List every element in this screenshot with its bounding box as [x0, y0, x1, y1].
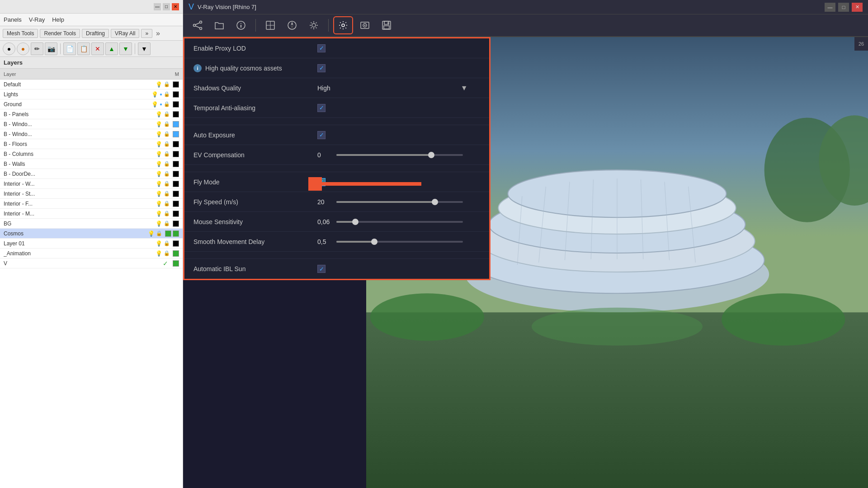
layer-color-swatch — [173, 240, 179, 247]
toolbar-mesh-tools[interactable]: Mesh Tools — [3, 29, 38, 38]
render-image-tool-btn[interactable] — [356, 17, 374, 33]
ev-slider-thumb[interactable] — [428, 152, 434, 158]
layer-icons-bg: 💡 🔒 — [156, 221, 179, 227]
vray-max-btn[interactable]: □ — [838, 3, 849, 12]
shadows-arrow-icon[interactable]: ▼ — [461, 84, 468, 92]
layer-item-b-panels[interactable]: B - Panels 💡 🔒 — [0, 109, 183, 119]
layer-item-b-floors[interactable]: B - Floors 💡 🔒 — [0, 139, 183, 149]
layer-name-interior-m: Interior - M... — [4, 211, 154, 217]
svg-point-26 — [364, 25, 366, 26]
layer-name-cosmos: Cosmos — [4, 230, 146, 237]
icon-up[interactable]: ▲ — [105, 42, 118, 55]
compass-tool-btn[interactable] — [283, 17, 301, 33]
menu-vray[interactable]: V-Ray — [29, 16, 45, 23]
layer-item-lights[interactable]: Lights 💡 ● 🔒 — [0, 89, 183, 99]
menu-panels[interactable]: Panels — [4, 16, 22, 23]
layer-item-layer01[interactable]: Layer 01 💡 🔒 — [0, 239, 183, 249]
fly-speed-slider-thumb[interactable] — [432, 199, 438, 205]
toolbar-expand-icon[interactable]: » — [156, 29, 160, 38]
svg-line-4 — [196, 26, 200, 28]
toolbar-vray-all[interactable]: VRay All — [111, 29, 139, 38]
save-tool-btn[interactable] — [377, 17, 396, 33]
ibl-sun-checkbox[interactable] — [317, 265, 326, 273]
icon-delete-layer[interactable]: ✕ — [91, 42, 104, 55]
fly-speed-slider-track[interactable] — [336, 201, 463, 203]
layer-item-interior-st[interactable]: Interior - St... 💡 🔒 — [0, 189, 183, 199]
close-btn[interactable]: ✕ — [172, 3, 179, 10]
auto-exposure-checkbox[interactable] — [317, 131, 326, 139]
svg-line-3 — [196, 23, 200, 25]
menu-help[interactable]: Help — [52, 16, 64, 23]
viewport-tool-btn[interactable] — [261, 17, 279, 33]
icon-toolbar: ● ● ✏ 📷 📄 📋 ✕ ▲ ▼ ▼ — [0, 41, 183, 57]
layer-item-interior-m[interactable]: Interior - M... 💡 🔒 — [0, 209, 183, 219]
info-tool-btn[interactable] — [232, 17, 250, 33]
layer-lock-icon: 🔒 — [164, 201, 170, 206]
layer-item-b-windo1[interactable]: B - Windo... 💡 🔒 — [0, 119, 183, 129]
layer-item-b-doorde[interactable]: B - DoorDe... 💡 🔒 — [0, 169, 183, 179]
settings-spacer-2 — [184, 165, 489, 172]
layer-item-interior-f[interactable]: Interior - F... 💡 🔒 — [0, 199, 183, 209]
layer-bulb-icon: 💡 — [156, 81, 162, 88]
layer-dot-icon: ● — [160, 92, 162, 97]
shadows-label: Shadows Quality — [193, 84, 317, 92]
layer-item-b-windo2[interactable]: B - Windo... 💡 🔒 — [0, 129, 183, 139]
layer-icons-b-floors: 💡 🔒 — [156, 141, 179, 147]
icon-copy-layer[interactable]: 📋 — [77, 42, 90, 55]
layer-lock-icon: 🔒 — [164, 250, 170, 256]
layer-item-b-walls[interactable]: B - Walls 💡 🔒 — [0, 159, 183, 169]
proxy-lod-checkbox[interactable] — [317, 44, 326, 52]
layer-name-ground: Ground — [4, 101, 150, 108]
icon-orange-circle[interactable]: ● — [17, 42, 29, 55]
settings-tool-btn[interactable] — [334, 17, 352, 33]
layer-bulb-icon: 💡 — [156, 151, 162, 157]
sun-tool-btn[interactable] — [305, 17, 323, 33]
cosmos-checkbox[interactable] — [317, 64, 326, 72]
shadows-dropdown[interactable]: High ▼ — [317, 84, 468, 92]
icon-pencil[interactable]: ✏ — [31, 42, 43, 55]
minimize-btn[interactable]: — — [154, 3, 161, 10]
layer-item-cosmos[interactable]: Cosmos 💡 🔒 — [0, 229, 183, 239]
icon-new-layer[interactable]: 📄 — [63, 42, 76, 55]
mouse-sensitivity-slider-thumb[interactable] — [352, 219, 359, 225]
vray-min-btn[interactable]: — — [825, 3, 835, 12]
folder-tool-btn[interactable] — [210, 17, 228, 33]
layer-item-b-columns[interactable]: B - Columns 💡 🔒 — [0, 149, 183, 159]
svg-line-22 — [311, 28, 312, 28]
layer-check-icon: ✓ — [163, 260, 168, 267]
vray-close-btn[interactable]: ✕ — [852, 3, 863, 12]
toolbar-render-tools[interactable]: Render Tools — [40, 29, 80, 38]
layer-name-v: V — [4, 260, 161, 267]
layer-item-bg[interactable]: BG 💡 🔒 — [0, 219, 183, 229]
icon-circle[interactable]: ● — [3, 42, 15, 55]
layer-name-b-floors: B - Floors — [4, 141, 154, 147]
layer-color-swatch — [173, 260, 179, 267]
ev-slider-track[interactable] — [336, 154, 463, 156]
layer-name-interior-w: Interior - W... — [4, 181, 154, 187]
smooth-movement-slider-track[interactable] — [336, 241, 463, 243]
cosmos-info-icon[interactable]: i — [193, 64, 202, 72]
toolbar-more[interactable]: » — [141, 29, 152, 38]
layer-item-animation[interactable]: _Animation 💡 🔒 — [0, 249, 183, 258]
layer-bulb-icon: 💡 — [151, 91, 158, 98]
layer-item-v[interactable]: V ✓ — [0, 258, 183, 268]
toolbar-drafting[interactable]: Drafting — [82, 29, 109, 38]
layer-lock-icon: 🔒 — [164, 141, 170, 147]
layer-item-ground[interactable]: Ground 💡 ● 🔒 — [0, 99, 183, 109]
layer-lock-icon: 🔒 — [164, 121, 170, 127]
taa-checkbox[interactable] — [317, 104, 326, 112]
fly-mode-checkbox[interactable] — [317, 178, 326, 186]
layer-color-swatch — [173, 81, 179, 88]
layer-item-default[interactable]: Default 💡 🔒 — [0, 80, 183, 89]
layer-name-animation: _Animation — [4, 250, 154, 257]
icon-filter[interactable]: ▼ — [138, 42, 151, 55]
layer-color-swatch — [173, 191, 179, 197]
share-tool-btn[interactable] — [189, 17, 207, 33]
smooth-movement-slider-thumb[interactable] — [371, 239, 377, 245]
mouse-sensitivity-slider-track[interactable] — [336, 221, 463, 223]
icon-camera[interactable]: 📷 — [45, 42, 57, 55]
icon-down[interactable]: ▼ — [119, 42, 132, 55]
layer-item-interior-w[interactable]: Interior - W... 💡 🔒 — [0, 179, 183, 189]
maximize-btn[interactable]: □ — [163, 3, 170, 10]
layer-bulb-icon: 💡 — [148, 230, 155, 237]
